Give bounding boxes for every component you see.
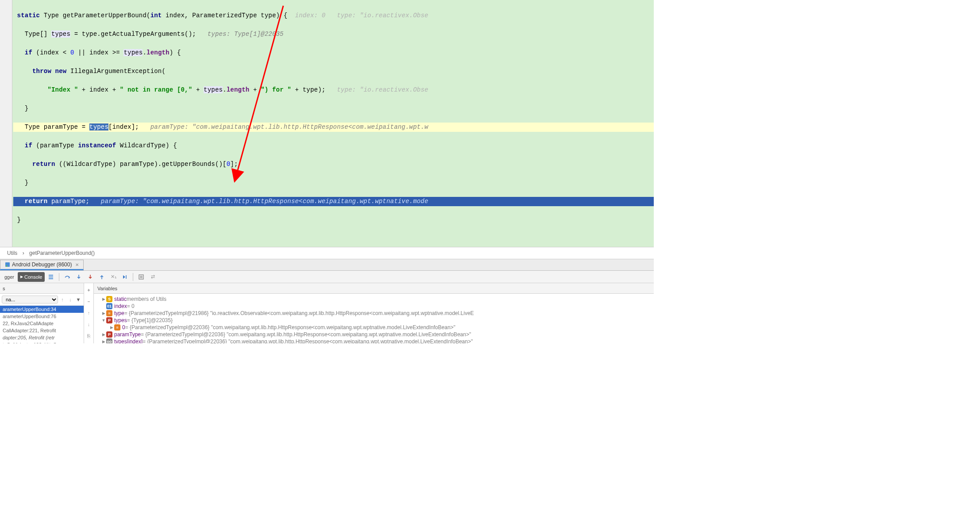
- copy-icon[interactable]: ⎘: [85, 331, 93, 341]
- next-frame-icon[interactable]: ↓: [67, 295, 74, 304]
- variable-row[interactable]: ▶ootypes[index] = {ParameterizedTypeImpl…: [94, 338, 654, 343]
- debug-toolbar: gger ▶Console ✕₁ ⇄: [0, 271, 654, 283]
- frame-item[interactable]: arameterUpperBound:34: [0, 306, 84, 313]
- variable-row[interactable]: ▶≡type = {ParameterizedTypeImpl@21986} "…: [94, 310, 654, 317]
- debug-tabs: Android Debugger (8600) ✕: [0, 259, 654, 271]
- frame-item[interactable]: 22, RxJava2CallAdapte: [0, 320, 84, 327]
- variable-row[interactable]: ▶PparamType = {ParameterizedTypeImpl@220…: [94, 331, 654, 338]
- variable-row[interactable]: 01index = 0: [94, 303, 654, 310]
- frames-list[interactable]: arameterUpperBound:34arameterUpperBound:…: [0, 306, 84, 343]
- frame-item[interactable]: teCallAdapter:103, HttpS: [0, 341, 84, 343]
- threads-icon[interactable]: [46, 272, 56, 282]
- breadcrumb-class[interactable]: Utils: [7, 250, 17, 256]
- console-tab[interactable]: ▶Console: [18, 272, 45, 282]
- debug-panel: s na... ↑ ↓ ▼ arameterUpperBound:34arame…: [0, 283, 654, 343]
- variables-tree[interactable]: ▶Sstatic members of Utils01index = 0▶≡ty…: [94, 294, 654, 343]
- remove-watch-icon[interactable]: －: [85, 296, 93, 306]
- code-editor[interactable]: static Type getParameterUpperBound(int i…: [0, 0, 654, 247]
- evaluate-icon[interactable]: [136, 272, 147, 282]
- variables-header: Variables: [94, 283, 654, 294]
- watch-up-icon[interactable]: ↑: [85, 308, 93, 318]
- close-icon[interactable]: ✕: [75, 262, 79, 267]
- variable-row[interactable]: ▶≡0 = {ParameterizedTypeImpl@22036} "com…: [94, 324, 654, 331]
- frame-item[interactable]: dapter:205, Retrofit (retr: [0, 334, 84, 341]
- trace-icon[interactable]: ⇄: [147, 272, 158, 282]
- frame-item[interactable]: arameterUpperBound:76: [0, 313, 84, 320]
- debugger-icon: [5, 262, 10, 267]
- run-to-cursor-icon[interactable]: [120, 272, 130, 282]
- frame-item[interactable]: CallAdapter:221, Retrofit: [0, 327, 84, 334]
- breadcrumb-method[interactable]: getParameterUpperBound(): [29, 250, 95, 256]
- variable-row[interactable]: ▼Ptypes = {Type[1]@22035}: [94, 317, 654, 324]
- drop-frame-icon[interactable]: ✕₁: [108, 272, 119, 282]
- thread-select[interactable]: na...: [2, 296, 58, 304]
- step-into-icon[interactable]: [73, 272, 84, 282]
- code-block: static Type getParameterUpperBound(int i…: [13, 2, 654, 243]
- variable-row[interactable]: ▶Sstatic members of Utils: [94, 296, 654, 303]
- force-step-into-icon[interactable]: [85, 272, 96, 282]
- tab-android-debugger[interactable]: Android Debugger (8600) ✕: [0, 260, 84, 270]
- svg-point-1: [6, 265, 8, 267]
- glasses-icon[interactable]: 👓: [85, 342, 93, 343]
- breadcrumb-sep: ›: [23, 250, 24, 256]
- debugger-label: gger: [2, 274, 17, 280]
- frames-toolbar: na... ↑ ↓ ▼: [0, 294, 84, 306]
- execution-line: return paramType; paramType: "com.weipai…: [13, 197, 654, 206]
- frames-header: s: [0, 283, 84, 294]
- frames-panel: s na... ↑ ↓ ▼ arameterUpperBound:34arame…: [0, 283, 84, 343]
- variables-panel: Variables ▶Sstatic members of Utils01ind…: [94, 283, 654, 343]
- breadcrumb[interactable]: Utils › getParameterUpperBound(): [0, 247, 654, 259]
- watch-down-icon[interactable]: ↓: [85, 319, 93, 329]
- filter-icon[interactable]: ▼: [75, 295, 82, 304]
- step-out-icon[interactable]: [96, 272, 107, 282]
- tab-label: Android Debugger (8600): [12, 261, 72, 268]
- prev-frame-icon[interactable]: ↑: [59, 295, 66, 304]
- step-over-icon[interactable]: [62, 272, 73, 282]
- add-watch-icon[interactable]: ＋: [85, 285, 93, 295]
- svg-rect-0: [5, 262, 10, 267]
- editor-gutter: [0, 0, 12, 247]
